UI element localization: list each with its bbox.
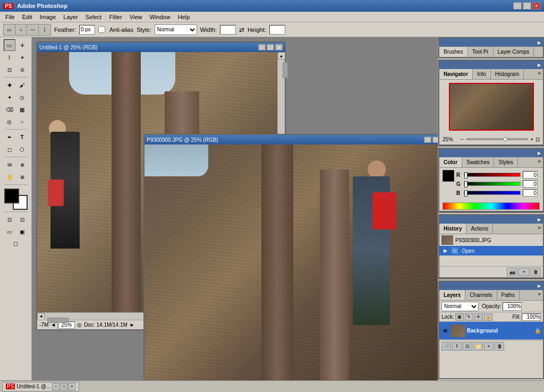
- scroll-left-1[interactable]: ◄: [37, 313, 45, 320]
- layers-menu[interactable]: ▶: [538, 284, 541, 288]
- healing-tool[interactable]: ✚: [4, 79, 15, 91]
- b-value[interactable]: [523, 189, 538, 197]
- menu-edit[interactable]: Edit: [19, 13, 36, 21]
- menu-file[interactable]: File: [2, 13, 18, 21]
- doc-maximize-2[interactable]: □: [432, 137, 438, 143]
- clone-tool[interactable]: ✦: [4, 91, 15, 103]
- new-layer-btn[interactable]: +: [484, 342, 494, 351]
- link-layers-btn[interactable]: 🔗: [441, 342, 451, 351]
- zoom-icon-1[interactable]: ◎: [77, 322, 82, 328]
- doc-close-1[interactable]: ×: [275, 44, 283, 50]
- tab-info[interactable]: Info: [473, 69, 491, 79]
- eraser-tool[interactable]: ⌫: [4, 104, 15, 115]
- tab-actions[interactable]: Actions: [466, 224, 493, 234]
- scroll-left-arrow[interactable]: ◄: [50, 322, 56, 328]
- delete-layer-btn[interactable]: 🗑: [495, 342, 504, 351]
- close-button[interactable]: ×: [532, 2, 541, 10]
- height-input[interactable]: [269, 25, 285, 35]
- scroll-up-1[interactable]: ▲: [278, 52, 285, 59]
- text-tool[interactable]: T: [16, 131, 28, 143]
- taskbar-ctrl-min[interactable]: −: [52, 383, 60, 390]
- layer-style-btn[interactable]: f: [452, 342, 462, 351]
- doc-minimize-2[interactable]: −: [424, 137, 431, 143]
- taskbar-ctrl-max[interactable]: □: [60, 383, 67, 390]
- magic-wand-tool[interactable]: ✴: [16, 52, 28, 63]
- rect-marquee-option[interactable]: ▭: [4, 24, 15, 35]
- menu-layer[interactable]: Layer: [60, 13, 81, 21]
- tab-history[interactable]: History: [439, 224, 466, 234]
- taskbar-item-untitled[interactable]: PS Untitled-1 @... − □ ×: [2, 382, 79, 391]
- blur-tool[interactable]: ◎: [4, 116, 15, 127]
- ellipse-marquee-option[interactable]: ○: [15, 24, 27, 35]
- layer-mask-btn[interactable]: ⊡: [463, 342, 472, 351]
- layer-eye-icon[interactable]: 👁: [441, 327, 449, 335]
- minimize-button[interactable]: −: [513, 2, 522, 10]
- history-delete-btn[interactable]: 🗑: [530, 268, 541, 276]
- lock-move-btn[interactable]: ✛: [474, 313, 483, 321]
- navigator-menu[interactable]: ▶: [538, 63, 541, 67]
- marquee-tool[interactable]: ▭: [4, 39, 15, 51]
- scroll-thumb-v-1[interactable]: [283, 62, 288, 78]
- navigator-more[interactable]: »: [536, 69, 543, 79]
- lasso-tool[interactable]: ⌇: [4, 52, 15, 63]
- scroll-thumb-h-1[interactable]: [47, 318, 69, 323]
- menu-view[interactable]: View: [126, 13, 146, 21]
- crop-tool[interactable]: ⊡: [4, 64, 15, 75]
- fill-input[interactable]: [522, 313, 541, 321]
- shape-tool[interactable]: ⬡: [16, 143, 28, 155]
- foreground-color-swatch[interactable]: [4, 189, 19, 203]
- navigator-preview[interactable]: [449, 83, 534, 131]
- r-value[interactable]: [523, 171, 538, 178]
- nav-fullscreen-icon[interactable]: ⊡: [536, 137, 540, 142]
- single-row-option[interactable]: —: [27, 24, 39, 35]
- lock-transparent-btn[interactable]: ▦: [455, 313, 464, 321]
- screen-mode-full[interactable]: ☐: [3, 238, 29, 250]
- nav-zoom-handle[interactable]: [503, 137, 507, 141]
- menu-select[interactable]: Select: [82, 13, 105, 21]
- tab-paths[interactable]: Paths: [497, 290, 520, 300]
- hand-tool[interactable]: ✋: [4, 171, 15, 183]
- history-item-file[interactable]: P9300900.JPG: [439, 234, 543, 246]
- menu-filter[interactable]: Filter: [106, 13, 125, 21]
- notes-tool[interactable]: ✉: [4, 159, 15, 171]
- anti-alias-checkbox[interactable]: [98, 26, 105, 33]
- doc-minimize-1[interactable]: −: [258, 44, 266, 50]
- g-slider[interactable]: [464, 182, 521, 186]
- style-select[interactable]: Normal Fixed Aspect Ratio Fixed Size: [155, 24, 197, 35]
- slice-tool[interactable]: ⊘: [16, 64, 28, 75]
- scroll-right-arrow[interactable]: ►: [130, 322, 135, 328]
- top-panel-menu[interactable]: ▶: [538, 40, 541, 45]
- maximize-button[interactable]: □: [523, 2, 531, 10]
- feather-input[interactable]: [79, 25, 95, 35]
- menu-window[interactable]: Window: [147, 13, 174, 21]
- g-handle[interactable]: [464, 181, 468, 188]
- tab-histogram[interactable]: Histogram: [491, 69, 524, 79]
- tab-layers[interactable]: Layers: [439, 290, 465, 300]
- blend-mode-select[interactable]: Normal Multiply Screen Overlay: [441, 302, 479, 311]
- quick-mask-off[interactable]: ⊡: [4, 214, 15, 225]
- width-input[interactable]: [220, 25, 236, 35]
- tab-layer-comps[interactable]: Layer Comps: [494, 47, 534, 57]
- screen-mode-2[interactable]: ▣: [16, 226, 28, 237]
- dodge-tool[interactable]: ○: [16, 116, 28, 127]
- g-value[interactable]: [523, 180, 538, 188]
- tab-tool-presets[interactable]: Tool Pr: [468, 47, 494, 57]
- eyedropper-tool[interactable]: ⊕: [16, 159, 28, 171]
- gradient-tool[interactable]: ▦: [16, 104, 28, 115]
- quick-mask-on[interactable]: ⊡: [16, 214, 28, 225]
- tab-navigator[interactable]: Navigator: [439, 69, 473, 79]
- b-handle[interactable]: [464, 190, 468, 197]
- layer-item-background[interactable]: 👁 Background 🔒: [439, 322, 543, 340]
- history-new-btn[interactable]: +: [518, 268, 529, 276]
- color-spectrum[interactable]: [443, 202, 540, 210]
- b-slider[interactable]: [464, 191, 521, 195]
- history-more[interactable]: »: [536, 224, 543, 234]
- menu-help[interactable]: Help: [175, 13, 193, 21]
- nav-zoom-slider[interactable]: [466, 138, 528, 140]
- layers-more[interactable]: »: [536, 290, 543, 300]
- lock-paint-btn[interactable]: ✎: [465, 313, 473, 321]
- swap-wh-icon[interactable]: ⇄: [239, 26, 244, 33]
- path-selection-tool[interactable]: ◻: [4, 143, 15, 155]
- tab-styles[interactable]: Styles: [494, 157, 517, 167]
- doc-maximize-1[interactable]: □: [267, 44, 274, 50]
